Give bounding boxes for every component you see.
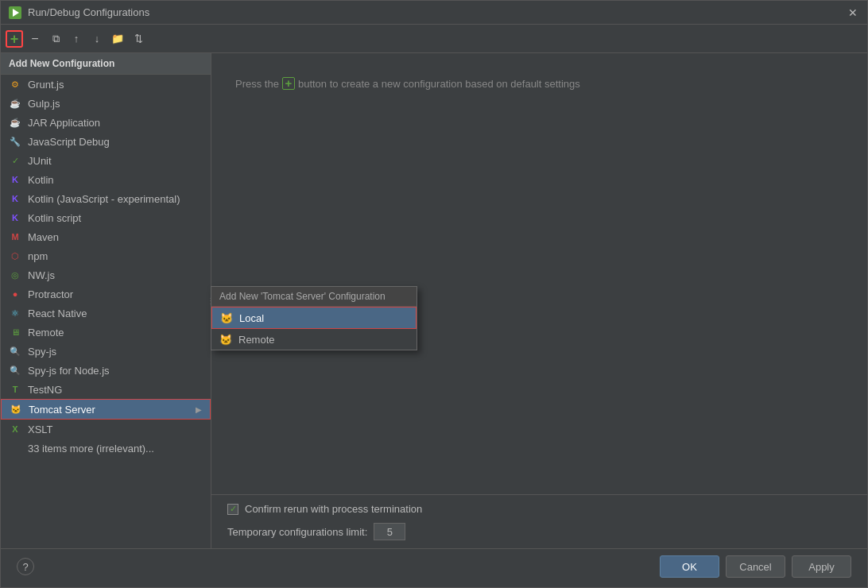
tomcat-icon: 🐱 (10, 403, 22, 416)
add-configuration-button[interactable]: + (6, 30, 23, 48)
npm-label: npm (28, 250, 48, 262)
jsdebug-label: JavaScript Debug (28, 136, 110, 148)
react-icon: ⚛ (9, 307, 21, 319)
kotlin-script-label: Kotlin script (28, 212, 81, 224)
menu-item-react-native[interactable]: ⚛ React Native (1, 304, 211, 323)
menu-item-jsdebug[interactable]: 🔧 JavaScript Debug (1, 132, 211, 151)
copy-configuration-button[interactable]: ⧉ (47, 30, 64, 48)
up-icon: ↑ (74, 33, 79, 44)
down-icon: ↓ (95, 33, 100, 44)
press-the-text: Press the (235, 78, 279, 90)
gulp-label: Gulp.js (28, 98, 60, 110)
buttons-row: ? OK Cancel Apply (1, 548, 867, 587)
spyjs-node-icon: 🔍 (9, 364, 21, 377)
testng-label: TestNG (28, 384, 62, 396)
menu-item-kotlin-js[interactable]: K Kotlin (JavaScript - experimental) (1, 189, 211, 208)
temp-config-row: Temporary configurations limit: (227, 523, 851, 540)
menu-item-testng[interactable]: T TestNG (1, 380, 211, 399)
kotlin-js-label: Kotlin (JavaScript - experimental) (28, 193, 180, 205)
add-icon: + (10, 32, 19, 46)
menu-item-kotlin-script[interactable]: K Kotlin script (1, 208, 211, 227)
temp-config-input[interactable] (374, 523, 405, 540)
content-area: Add New Configuration ⚙ Grunt.js ☕ Gulp.… (1, 53, 867, 548)
npm-icon: ⬡ (9, 250, 21, 262)
move-up-button[interactable]: ↑ (68, 30, 85, 48)
folder-button[interactable]: 📁 (109, 30, 126, 48)
kotlin-js-icon: K (9, 192, 21, 205)
left-panel: Add New Configuration ⚙ Grunt.js ☕ Gulp.… (1, 53, 211, 548)
remote-tomcat-icon: 🐱 (219, 333, 232, 346)
spyjs-icon: 🔍 (9, 345, 21, 358)
confirm-checkbox[interactable]: ✓ (227, 504, 238, 515)
more-label: 33 items more (irrelevant)... (28, 443, 154, 455)
folder-icon: 📁 (111, 33, 124, 44)
tomcat-submenu: Add New 'Tomcat Server' Configuration 🐱 … (211, 286, 417, 350)
protractor-label: Protractor (28, 288, 73, 300)
copy-icon: ⧉ (52, 33, 60, 45)
submenu-header: Add New 'Tomcat Server' Configuration (211, 287, 417, 307)
submenu-item-remote[interactable]: 🐱 Remote (211, 329, 417, 350)
xslt-label: XSLT (28, 424, 53, 435)
menu-item-grunt[interactable]: ⚙ Grunt.js (1, 75, 211, 94)
kotlin-script-icon: K (9, 211, 21, 224)
confirm-row: ✓ Confirm rerun with process termination (227, 503, 851, 515)
menu-item-gulp[interactable]: ☕ Gulp.js (1, 94, 211, 113)
gulp-icon: ☕ (9, 97, 21, 110)
main-content: Press the + button to create a new confi… (211, 53, 867, 494)
move-down-button[interactable]: ↓ (88, 30, 106, 48)
sort-button[interactable]: ⇅ (130, 30, 147, 48)
menu-item-maven[interactable]: M Maven (1, 227, 211, 246)
hint-rest-text: button to create a new configuration bas… (298, 78, 580, 90)
grunt-label: Grunt.js (28, 79, 64, 91)
remote-label: Remote (28, 327, 64, 338)
nwjs-label: NW.js (28, 269, 55, 281)
jar-label: JAR Application (28, 117, 100, 129)
kotlin-label: Kotlin (28, 174, 54, 186)
remove-configuration-button[interactable]: − (26, 30, 44, 48)
ok-button[interactable]: OK (660, 555, 719, 578)
bottom-bar: ✓ Confirm rerun with process termination… (211, 494, 867, 548)
menu-item-jar[interactable]: ☕ JAR Application (1, 113, 211, 132)
apply-button[interactable]: Apply (792, 555, 851, 578)
tomcat-label: Tomcat Server (29, 404, 95, 416)
kotlin-icon: K (9, 173, 21, 186)
maven-icon: M (9, 230, 21, 243)
menu-item-npm[interactable]: ⬡ npm (1, 246, 211, 265)
menu-item-more[interactable]: 33 items more (irrelevant)... (1, 439, 211, 458)
menu-item-spyjs-node[interactable]: 🔍 Spy-js for Node.js (1, 361, 211, 380)
run-icon (9, 6, 21, 19)
spyjs-label: Spy-js (28, 346, 56, 358)
menu-item-spyjs[interactable]: 🔍 Spy-js (1, 342, 211, 361)
local-label: Local (239, 312, 264, 324)
tomcat-arrow-icon: ▶ (196, 405, 202, 414)
title-bar-left: Run/Debug Configurations (9, 6, 149, 19)
menu-item-nwjs[interactable]: ◎ NW.js (1, 265, 211, 284)
jsdebug-icon: 🔧 (9, 135, 21, 148)
more-icon (9, 442, 21, 455)
local-icon: 🐱 (220, 311, 233, 324)
menu-item-protractor[interactable]: ● Protractor (1, 284, 211, 304)
menu-item-junit[interactable]: ✓ JUnit (1, 151, 211, 170)
testng-icon: T (9, 383, 21, 396)
nwjs-icon: ◎ (9, 269, 21, 281)
help-button[interactable]: ? (17, 558, 34, 575)
submenu-item-local[interactable]: 🐱 Local (211, 307, 417, 329)
title-bar: Run/Debug Configurations ✕ (1, 1, 867, 25)
junit-label: JUnit (28, 155, 52, 167)
react-native-label: React Native (28, 308, 87, 319)
window-title: Run/Debug Configurations (28, 6, 149, 18)
jar-icon: ☕ (9, 116, 21, 129)
temp-config-label: Temporary configurations limit: (227, 526, 367, 538)
menu-item-kotlin[interactable]: K Kotlin (1, 170, 211, 189)
cancel-button[interactable]: Cancel (726, 555, 785, 578)
menu-item-remote[interactable]: 🖥 Remote (1, 323, 211, 342)
grunt-icon: ⚙ (9, 78, 21, 91)
close-button[interactable]: ✕ (847, 6, 859, 19)
menu-item-tomcat[interactable]: 🐱 Tomcat Server ▶ (1, 399, 211, 420)
remote-icon: 🖥 (9, 326, 21, 338)
remote-tomcat-label: Remote (238, 334, 275, 346)
dropdown-header: Add New Configuration (1, 53, 211, 75)
xslt-icon: X (9, 423, 21, 435)
spyjs-node-label: Spy-js for Node.js (28, 365, 110, 377)
menu-item-xslt[interactable]: X XSLT (1, 420, 211, 439)
